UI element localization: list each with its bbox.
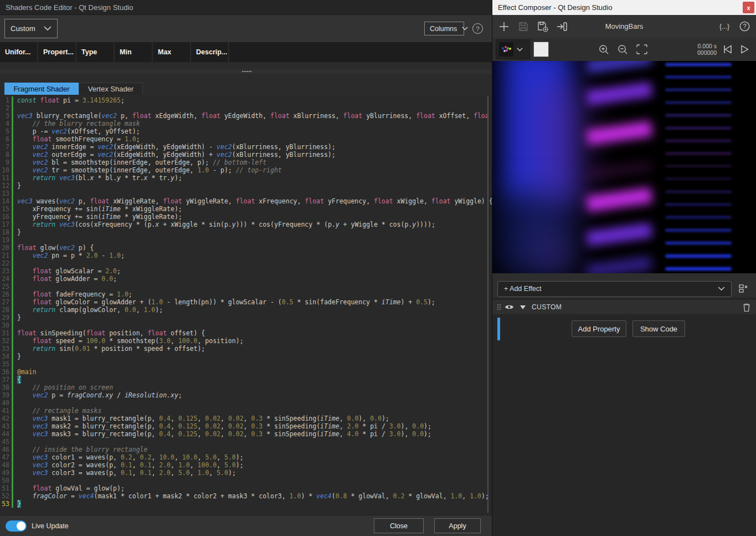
code-line-19[interactable]: 19 — [0, 236, 492, 244]
code-line-44[interactable]: 44 vec3 mask3 = blurry_rectangle(p, 0.4,… — [0, 430, 492, 438]
code-line-1[interactable]: 1const float pi = 3.14159265; — [0, 96, 492, 104]
code-line-7[interactable]: 7 vec2 innerEdge = vec2(xEdgeWidth, yEdg… — [0, 143, 492, 151]
code-line-24[interactable]: 24 float glowAdder = 0.0; — [0, 275, 492, 283]
code-line-15[interactable]: 15 xFrequency += sin(iTime * xWiggleRate… — [0, 205, 492, 213]
delete-effect-icon[interactable] — [742, 303, 751, 312]
tab-vertex-shader[interactable]: Vertex Shader — [79, 83, 143, 95]
code-line-13[interactable]: 13 — [0, 190, 492, 197]
left-window-footer: Live Update Close Apply — [0, 515, 492, 536]
live-update-toggle[interactable] — [6, 520, 27, 532]
zoom-in-icon[interactable] — [599, 44, 609, 55]
code-line-33[interactable]: 33 return sin(0.01 * position * speed + … — [0, 345, 492, 353]
code-line-3[interactable]: 3vec3 blurry_rectangle(vec2 p, float xEd… — [0, 112, 492, 120]
code-line-34[interactable]: 34} — [0, 353, 492, 360]
show-code-button[interactable]: Show Code — [632, 320, 685, 337]
code-line-32[interactable]: 32 float speed = 100.0 * smoothstep(3.0,… — [0, 337, 492, 345]
code-line-11[interactable]: 11 return vec3(bl.x * bl.y * tr.x * tr.y… — [0, 174, 492, 182]
effect-composer-toolbar: MovingBars {...} ? — [492, 15, 756, 38]
code-line-36[interactable]: 36@main — [0, 368, 492, 376]
code-line-47[interactable]: 47 vec3 color1 = waves(p, 0.2, 0.2, 10.0… — [0, 453, 492, 461]
code-line-53[interactable]: 53} — [0, 500, 492, 508]
help-icon[interactable]: ? — [472, 23, 483, 34]
screen: Shaders Code Editor - Qt Design Studio C… — [0, 0, 756, 536]
code-line-31[interactable]: 31float sinSpeeding(float position, floa… — [0, 329, 492, 337]
add-effect-dropdown[interactable]: + Add Effect — [497, 281, 732, 297]
column-header-min[interactable]: Min — [115, 42, 152, 62]
splitter-handle[interactable] — [0, 69, 492, 74]
code-line-48[interactable]: 48 vec3 color2 = waves(p, 0.1, 0.1, 2.0,… — [0, 461, 492, 469]
save-as-icon[interactable] — [537, 21, 549, 33]
add-new-effect-icon[interactable] — [498, 21, 510, 33]
column-header-uniform[interactable]: Unifor... — [0, 42, 37, 62]
code-line-51[interactable]: 51 float glowVal = glow(p); — [0, 484, 492, 492]
preview-image-thumbnail — [499, 42, 513, 57]
preview-background-color-swatch[interactable] — [533, 42, 549, 57]
code-line-2[interactable]: 2 — [0, 104, 492, 112]
tab-fragment-shader[interactable]: Fragment Shader — [4, 83, 79, 95]
code-line-10[interactable]: 10 vec2 tr = smoothstep(innerEdge, outer… — [0, 166, 492, 174]
help-icon[interactable]: ? — [738, 21, 750, 33]
code-line-22[interactable]: 22 — [0, 259, 492, 267]
code-line-5[interactable]: 5 p -= vec2(xOffset, yOffset); — [0, 127, 492, 135]
code-line-37[interactable]: 37{ — [0, 376, 492, 384]
code-line-35[interactable]: 35 — [0, 360, 492, 368]
code-line-52[interactable]: 52 fragColor = vec4(mask1 * color1 + mas… — [0, 492, 492, 500]
code-line-18[interactable]: 18} — [0, 228, 492, 236]
close-window-button[interactable]: x — [743, 2, 754, 13]
clear-all-effects-icon[interactable] — [738, 284, 748, 294]
show-shader-code-icon[interactable]: {...} — [718, 21, 731, 33]
code-line-21[interactable]: 21 vec2 pn = p * 2.0 - 1.0; — [0, 252, 492, 259]
code-line-38[interactable]: 38 // position on screen — [0, 384, 492, 391]
editor-scrollbar[interactable] — [487, 96, 488, 513]
code-line-43[interactable]: 43 vec3 mask2 = blurry_rectangle(p, 0.4,… — [0, 422, 492, 430]
code-line-12[interactable]: 12} — [0, 182, 492, 190]
frame-counter: 000000 — [697, 49, 717, 56]
save-icon[interactable] — [517, 21, 529, 33]
code-line-46[interactable]: 46 // inside the blurry rectangle — [0, 446, 492, 453]
custom-effect-header[interactable]: CUSTOM — [492, 300, 756, 314]
column-header-description[interactable]: Descrip... — [191, 42, 228, 62]
code-line-16[interactable]: 16 yFrequency += sin(iTime * yWiggleRate… — [0, 213, 492, 221]
code-line-9[interactable]: 9 vec2 bl = smoothstep(innerEdge, outerE… — [0, 159, 492, 166]
code-line-39[interactable]: 39 vec2 p = fragCoord.xy / iResolution.x… — [0, 391, 492, 399]
code-line-4[interactable]: 4 // the blurry rectangle mask — [0, 120, 492, 127]
columns-select[interactable]: Columns — [424, 22, 464, 35]
code-line-42[interactable]: 42 vec3 mask1 = blurry_rectangle(p, 0.4,… — [0, 415, 492, 422]
expand-caret-icon[interactable] — [520, 305, 526, 309]
column-header-max[interactable]: Max — [153, 42, 190, 62]
shaders-code-editor-window: Shaders Code Editor - Qt Design Studio C… — [0, 0, 492, 536]
uniform-type-select[interactable]: Custom — [4, 19, 58, 38]
code-line-40[interactable]: 40 — [0, 399, 492, 407]
code-line-8[interactable]: 8 vec2 outerEdge = vec2(xEdgeWidth, yEdg… — [0, 151, 492, 159]
code-line-27[interactable]: 27 float glowColor = glowAdder + (1.0 - … — [0, 298, 492, 306]
code-line-28[interactable]: 28 return clamp(glowColor, 0.0, 1.0); — [0, 306, 492, 314]
code-line-20[interactable]: 20float glow(vec2 p) { — [0, 244, 492, 252]
visibility-eye-icon[interactable] — [505, 304, 514, 310]
apply-button[interactable]: Apply — [434, 518, 481, 533]
code-line-14[interactable]: 14vec3 waves(vec2 p, float xWiggleRate, … — [0, 197, 492, 205]
drag-handle-icon[interactable] — [497, 304, 498, 305]
code-line-26[interactable]: 26 float fadeFrequency = 1.0; — [0, 290, 492, 298]
preview-image-select[interactable] — [496, 39, 530, 59]
play-icon[interactable] — [739, 44, 750, 54]
code-line-23[interactable]: 23 float glowScalar = 2.0; — [0, 267, 492, 275]
add-effect-label: + Add Effect — [504, 285, 542, 293]
column-header-type[interactable]: Type — [76, 42, 114, 62]
code-line-41[interactable]: 41 // rectangle masks — [0, 407, 492, 415]
code-line-45[interactable]: 45 — [0, 438, 492, 446]
fit-to-view-icon[interactable] — [636, 44, 647, 54]
restart-icon[interactable] — [722, 44, 733, 54]
add-property-button[interactable]: Add Property — [572, 320, 626, 337]
code-line-6[interactable]: 6 float smoothFrequency = 1.0; — [0, 135, 492, 143]
code-line-50[interactable]: 50 — [0, 477, 492, 484]
code-line-17[interactable]: 17 return vec3(cos(xFrequency * (p.x + x… — [0, 221, 492, 228]
close-button[interactable]: Close — [374, 518, 424, 533]
shader-code-editor[interactable]: 1const float pi = 3.14159265;23vec3 blur… — [0, 95, 492, 515]
column-header-property[interactable]: Propert... — [38, 42, 75, 62]
zoom-out-icon[interactable] — [618, 44, 628, 55]
code-line-25[interactable]: 25 — [0, 283, 492, 290]
code-line-49[interactable]: 49 vec3 color3 = waves(p, 0.1, 0.1, 2.0,… — [0, 469, 492, 477]
code-line-29[interactable]: 29} — [0, 314, 492, 321]
assign-to-item-icon[interactable] — [556, 21, 568, 33]
code-line-30[interactable]: 30 — [0, 321, 492, 329]
